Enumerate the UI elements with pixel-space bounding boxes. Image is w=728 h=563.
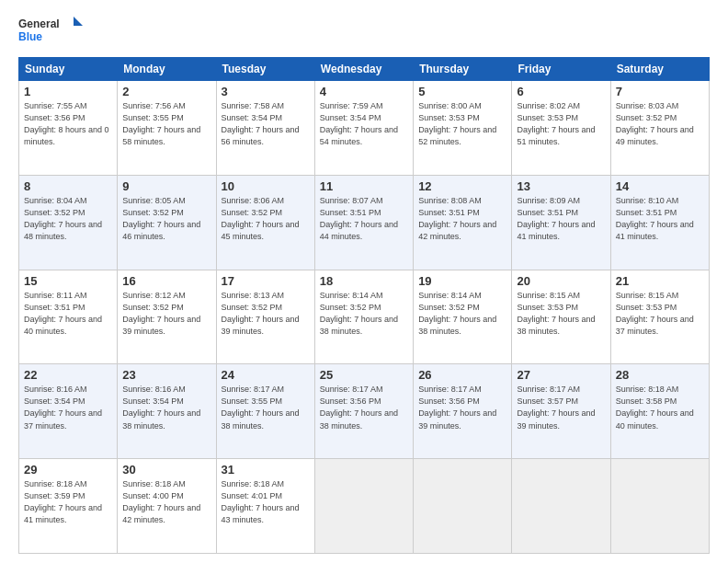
day-info: Sunrise: 8:00 AMSunset: 3:53 PMDaylight:…: [418, 100, 506, 148]
day-number: 1: [24, 85, 112, 98]
day-number: 3: [222, 85, 310, 98]
day-number: 29: [24, 463, 112, 477]
table-row: [512, 459, 610, 554]
day-info: Sunrise: 8:18 AMSunset: 3:58 PMDaylight:…: [616, 384, 704, 431]
day-info: Sunrise: 8:16 AMSunset: 3:54 PMDaylight:…: [24, 384, 112, 431]
table-row: 3Sunrise: 7:58 AMSunset: 3:54 PMDaylight…: [216, 81, 314, 176]
day-number: 21: [616, 274, 704, 288]
table-row: 23Sunrise: 8:16 AMSunset: 3:54 PMDayligh…: [118, 364, 216, 459]
day-info: Sunrise: 7:58 AMSunset: 3:54 PMDaylight:…: [222, 100, 310, 148]
day-info: Sunrise: 8:06 AMSunset: 3:52 PMDaylight:…: [222, 195, 310, 243]
day-info: Sunrise: 8:18 AMSunset: 4:01 PMDaylight:…: [222, 478, 310, 526]
day-number: 11: [320, 179, 408, 193]
table-row: 29Sunrise: 8:18 AMSunset: 3:59 PMDayligh…: [19, 459, 118, 554]
table-row: 31Sunrise: 8:18 AMSunset: 4:01 PMDayligh…: [216, 459, 314, 554]
day-info: Sunrise: 8:08 AMSunset: 3:51 PMDaylight:…: [418, 195, 506, 243]
table-row: [610, 459, 709, 554]
day-info: Sunrise: 8:14 AMSunset: 3:52 PMDaylight:…: [320, 290, 408, 338]
table-row: 8Sunrise: 8:04 AMSunset: 3:52 PMDaylight…: [19, 175, 118, 270]
day-info: Sunrise: 8:04 AMSunset: 3:52 PMDaylight:…: [24, 195, 112, 243]
day-info: Sunrise: 8:03 AMSunset: 3:52 PMDaylight:…: [616, 100, 704, 148]
table-row: 28Sunrise: 8:18 AMSunset: 3:58 PMDayligh…: [610, 364, 709, 459]
calendar-table: Sunday Monday Tuesday Wednesday Thursday…: [18, 57, 710, 554]
header-tuesday: Tuesday: [216, 58, 314, 81]
table-row: 14Sunrise: 8:10 AMSunset: 3:51 PMDayligh…: [610, 175, 709, 270]
calendar-week-2: 8Sunrise: 8:04 AMSunset: 3:52 PMDaylight…: [19, 175, 710, 270]
day-info: Sunrise: 8:12 AMSunset: 3:52 PMDaylight:…: [122, 290, 210, 338]
day-info: Sunrise: 8:05 AMSunset: 3:52 PMDaylight:…: [122, 195, 210, 243]
table-row: 17Sunrise: 8:13 AMSunset: 3:52 PMDayligh…: [216, 270, 314, 364]
day-info: Sunrise: 8:15 AMSunset: 3:53 PMDaylight:…: [616, 290, 704, 338]
day-number: 17: [222, 274, 310, 288]
svg-marker-2: [74, 17, 83, 26]
table-row: [314, 459, 413, 554]
table-row: [414, 459, 512, 554]
page: General Blue Sunday Monday Tuesday Wedne…: [0, 0, 728, 563]
day-number: 14: [616, 179, 704, 193]
table-row: 21Sunrise: 8:15 AMSunset: 3:53 PMDayligh…: [610, 270, 709, 364]
day-number: 31: [222, 463, 310, 477]
table-row: 15Sunrise: 8:11 AMSunset: 3:51 PMDayligh…: [19, 270, 118, 364]
day-number: 7: [616, 85, 704, 98]
weekday-header-row: Sunday Monday Tuesday Wednesday Thursday…: [19, 58, 710, 81]
logo-svg: General Blue: [18, 15, 83, 48]
day-number: 30: [122, 463, 210, 477]
header-saturday: Saturday: [610, 58, 709, 81]
day-info: Sunrise: 8:15 AMSunset: 3:53 PMDaylight:…: [517, 290, 605, 338]
day-number: 22: [24, 368, 112, 382]
table-row: 13Sunrise: 8:09 AMSunset: 3:51 PMDayligh…: [512, 175, 610, 270]
table-row: 5Sunrise: 8:00 AMSunset: 3:53 PMDaylight…: [414, 81, 512, 176]
calendar-week-5: 29Sunrise: 8:18 AMSunset: 3:59 PMDayligh…: [19, 459, 710, 554]
table-row: 1Sunrise: 7:55 AMSunset: 3:56 PMDaylight…: [19, 81, 118, 176]
day-info: Sunrise: 8:09 AMSunset: 3:51 PMDaylight:…: [517, 195, 605, 243]
day-info: Sunrise: 8:10 AMSunset: 3:51 PMDaylight:…: [616, 195, 704, 243]
day-number: 4: [320, 85, 408, 98]
day-number: 15: [24, 274, 112, 288]
table-row: 18Sunrise: 8:14 AMSunset: 3:52 PMDayligh…: [314, 270, 413, 364]
table-row: 26Sunrise: 8:17 AMSunset: 3:56 PMDayligh…: [414, 364, 512, 459]
day-info: Sunrise: 8:14 AMSunset: 3:52 PMDaylight:…: [418, 290, 506, 338]
table-row: 19Sunrise: 8:14 AMSunset: 3:52 PMDayligh…: [414, 270, 512, 364]
table-row: 22Sunrise: 8:16 AMSunset: 3:54 PMDayligh…: [19, 364, 118, 459]
day-number: 2: [122, 85, 210, 98]
header-friday: Friday: [512, 58, 610, 81]
day-info: Sunrise: 8:18 AMSunset: 3:59 PMDaylight:…: [24, 478, 112, 526]
day-number: 13: [517, 179, 605, 193]
table-row: 2Sunrise: 7:56 AMSunset: 3:55 PMDaylight…: [118, 81, 216, 176]
day-number: 10: [222, 179, 310, 193]
day-info: Sunrise: 8:07 AMSunset: 3:51 PMDaylight:…: [320, 195, 408, 243]
table-row: 20Sunrise: 8:15 AMSunset: 3:53 PMDayligh…: [512, 270, 610, 364]
day-number: 19: [418, 274, 506, 288]
header-sunday: Sunday: [19, 58, 118, 81]
table-row: 24Sunrise: 8:17 AMSunset: 3:55 PMDayligh…: [216, 364, 314, 459]
day-number: 24: [222, 368, 310, 382]
day-number: 25: [320, 368, 408, 382]
day-number: 12: [418, 179, 506, 193]
header-thursday: Thursday: [414, 58, 512, 81]
day-number: 6: [517, 85, 605, 98]
table-row: 10Sunrise: 8:06 AMSunset: 3:52 PMDayligh…: [216, 175, 314, 270]
table-row: 6Sunrise: 8:02 AMSunset: 3:53 PMDaylight…: [512, 81, 610, 176]
day-number: 23: [122, 368, 210, 382]
day-number: 28: [616, 368, 704, 382]
day-number: 18: [320, 274, 408, 288]
day-info: Sunrise: 8:17 AMSunset: 3:55 PMDaylight:…: [222, 384, 310, 431]
svg-text:General: General: [18, 17, 60, 30]
day-info: Sunrise: 8:02 AMSunset: 3:53 PMDaylight:…: [517, 100, 605, 148]
day-info: Sunrise: 8:18 AMSunset: 4:00 PMDaylight:…: [122, 478, 210, 526]
table-row: 11Sunrise: 8:07 AMSunset: 3:51 PMDayligh…: [314, 175, 413, 270]
table-row: 4Sunrise: 7:59 AMSunset: 3:54 PMDaylight…: [314, 81, 413, 176]
day-info: Sunrise: 7:59 AMSunset: 3:54 PMDaylight:…: [320, 100, 408, 148]
day-info: Sunrise: 7:56 AMSunset: 3:55 PMDaylight:…: [122, 100, 210, 148]
day-info: Sunrise: 8:17 AMSunset: 3:57 PMDaylight:…: [517, 384, 605, 431]
day-info: Sunrise: 8:17 AMSunset: 3:56 PMDaylight:…: [320, 384, 408, 431]
table-row: 25Sunrise: 8:17 AMSunset: 3:56 PMDayligh…: [314, 364, 413, 459]
day-info: Sunrise: 8:17 AMSunset: 3:56 PMDaylight:…: [418, 384, 506, 431]
calendar-week-1: 1Sunrise: 7:55 AMSunset: 3:56 PMDaylight…: [19, 81, 710, 176]
table-row: 30Sunrise: 8:18 AMSunset: 4:00 PMDayligh…: [118, 459, 216, 554]
svg-text:Blue: Blue: [18, 30, 42, 43]
calendar-week-3: 15Sunrise: 8:11 AMSunset: 3:51 PMDayligh…: [19, 270, 710, 364]
table-row: 9Sunrise: 8:05 AMSunset: 3:52 PMDaylight…: [118, 175, 216, 270]
day-number: 16: [122, 274, 210, 288]
day-number: 9: [122, 179, 210, 193]
